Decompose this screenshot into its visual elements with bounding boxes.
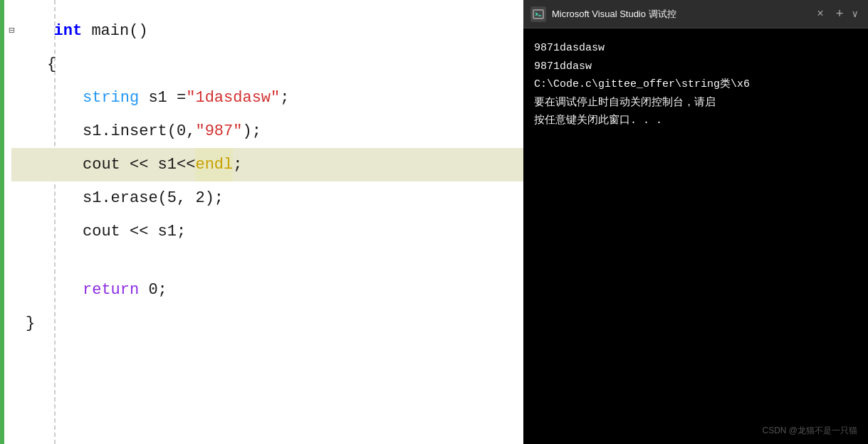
- terminal-title: Microsoft Visual Studio 调试控: [552, 8, 805, 21]
- line-insert: s1.insert(0, "987");: [11, 115, 523, 148]
- line-close-brace: }: [11, 307, 523, 340]
- token-cout-2: cout << s1;: [83, 215, 186, 248]
- token-insert: s1.insert(0,: [83, 115, 195, 148]
- token-endl: endl: [195, 148, 233, 181]
- terminal-pane: Microsoft Visual Studio 调试控 × + ∨ 9871da…: [523, 0, 868, 444]
- terminal-chevron-button[interactable]: ∨: [849, 6, 861, 21]
- line-string-decl: string s1 = "1dasdasw";: [11, 81, 523, 115]
- token-string-literal: "1dasdasw": [186, 81, 280, 115]
- terminal-footer: CSDN @龙猫不是一只猫: [523, 421, 868, 444]
- terminal-add-button[interactable]: +: [832, 6, 848, 23]
- token-open-brace: {: [47, 48, 56, 81]
- token-main: main(): [91, 14, 147, 48]
- line-cout-2: cout << s1;: [11, 215, 523, 248]
- token-semicolon-1: ;: [280, 81, 289, 115]
- line-erase: s1.erase(5, 2);: [11, 181, 523, 215]
- token-erase: s1.erase(5, 2);: [83, 181, 224, 215]
- terminal-body: 9871dasdasw 9871ddasw C:\Code.c\gittee_o…: [523, 28, 868, 421]
- token-return-val: 0;: [148, 273, 167, 307]
- terminal-line-1: 9871dasdasw: [534, 39, 857, 58]
- token-return-kw: return: [83, 273, 139, 307]
- terminal-line-2: 9871ddasw: [534, 58, 857, 76]
- token-insert-literal: "987": [195, 115, 242, 148]
- line-return: return 0;: [11, 273, 523, 307]
- code-content: ⊟ int main() { string s1 = "1dasdasw"; s…: [4, 0, 523, 444]
- line-main: ⊟ int main(): [11, 14, 523, 48]
- token-cout-1: cout << s1<<: [83, 148, 195, 181]
- code-editor: ⊟ int main() { string s1 = "1dasdasw"; s…: [0, 0, 523, 444]
- token-string-kw: string: [83, 81, 139, 115]
- terminal-close-button[interactable]: ×: [812, 6, 828, 22]
- terminal-line-3: C:\Code.c\gittee_offer\string类\x6: [534, 75, 857, 94]
- line-empty: [11, 248, 523, 273]
- terminal-line-5: 按任意键关闭此窗口. . .: [534, 112, 857, 130]
- line-cout-endl: cout << s1<<endl;: [11, 148, 523, 181]
- terminal-icon: [530, 6, 546, 22]
- token-close-brace: }: [26, 307, 35, 340]
- line-open-brace: {: [11, 48, 523, 81]
- terminal-header: Microsoft Visual Studio 调试控 × + ∨: [523, 0, 868, 28]
- token-semicolon-3: ;: [233, 148, 242, 181]
- token-s1-decl: s1 =: [148, 81, 186, 115]
- token-insert-end: );: [242, 115, 261, 148]
- token-int: int: [54, 14, 83, 48]
- collapse-icon[interactable]: ⊟: [9, 14, 14, 48]
- terminal-line-4: 要在调试停止时自动关闭控制台，请启: [534, 94, 857, 112]
